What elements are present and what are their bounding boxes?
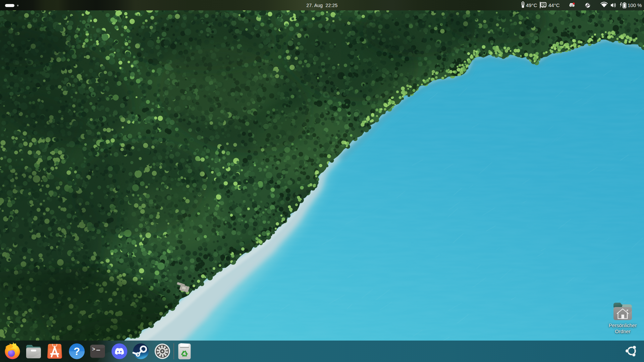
- svg-text:44°C: 44°C: [548, 2, 560, 8]
- svg-text:49°C: 49°C: [526, 2, 537, 8]
- svg-text:?: ?: [74, 346, 80, 357]
- svg-text:>: >: [92, 346, 95, 352]
- svg-text:100 %: 100 %: [628, 2, 642, 8]
